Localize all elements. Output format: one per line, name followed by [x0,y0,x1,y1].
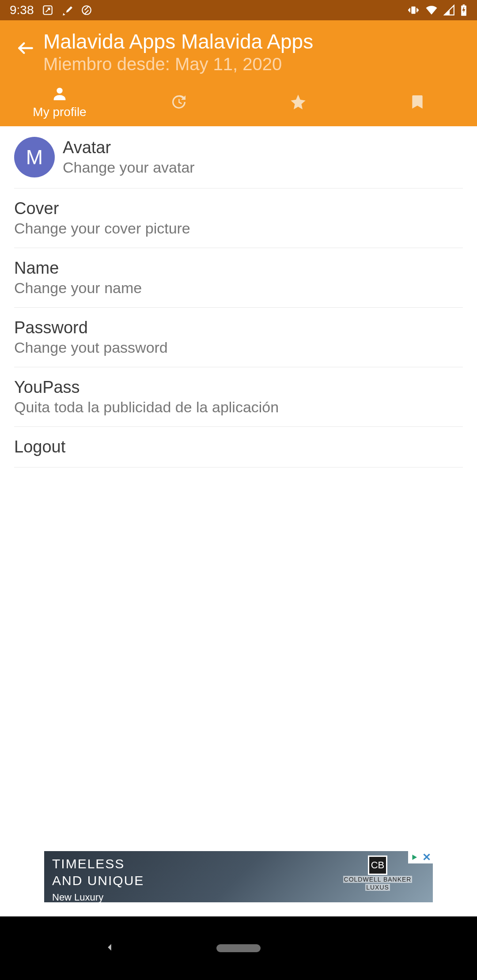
ad-small: New Luxury [52,892,144,902]
tab-bookmarks[interactable] [358,78,477,126]
row-cover-sub: Change your cover picture [14,220,463,237]
avatar-letter: M [26,145,43,169]
nav-spacer [361,942,374,955]
star-icon [289,93,307,111]
history-icon [170,93,188,111]
ad-banner[interactable]: TIMELESS AND UNIQUE New Luxury CB COLDWE… [44,851,433,902]
ad-logo-mark: CB [368,856,387,875]
page-subtitle: Miembro desde: May 11, 2020 [43,54,472,74]
status-right [407,4,467,17]
row-avatar-sub: Change your avatar [63,159,463,176]
tab-my-profile-label: My profile [33,105,86,119]
adchoices-icon[interactable] [408,851,420,863]
app-header: Malavida Apps Malavida Apps Miembro desd… [0,20,477,126]
close-ad-icon[interactable]: ✕ [420,851,433,863]
svg-point-5 [57,88,62,94]
ad-brand-line1: COLDWELL BANKER [343,876,413,883]
row-password[interactable]: Password Change yout password [14,308,463,367]
row-avatar-title: Avatar [63,138,463,157]
row-youpass[interactable]: YouPass Quita toda la publicidad de la a… [14,367,463,427]
row-logout-title: Logout [14,437,463,456]
at-icon [81,4,92,16]
ad-controls: ✕ [408,851,433,863]
row-name-sub: Change your name [14,279,463,297]
tab-my-profile[interactable]: My profile [0,78,119,126]
row-cover-title: Cover [14,199,463,218]
ad-line1: TIMELESS [52,856,144,871]
nav-back-button[interactable] [103,941,116,956]
svg-point-1 [82,6,91,15]
ad-line2: AND UNIQUE [52,873,144,888]
svg-rect-2 [411,7,415,14]
nav-home-button[interactable] [216,944,261,952]
vibrate-icon [407,4,420,16]
tab-favorites[interactable] [238,78,358,126]
system-nav-bar [0,916,477,980]
status-bar: 9:38 [0,0,477,20]
wifi-icon [425,4,438,17]
row-name[interactable]: Name Change your name [14,248,463,308]
row-logout[interactable]: Logout [14,427,463,467]
row-cover[interactable]: Cover Change your cover picture [14,188,463,248]
signal-icon [443,4,455,16]
brush-icon [61,4,73,16]
status-time: 9:38 [10,3,34,17]
row-youpass-sub: Quita toda la publicidad de la aplicació… [14,399,463,416]
svg-rect-4 [463,4,465,5]
person-icon [51,85,68,102]
battery-icon [460,4,467,16]
avatar: M [14,137,55,177]
row-avatar[interactable]: M Avatar Change your avatar [14,126,463,188]
row-youpass-title: YouPass [14,378,463,397]
tab-history[interactable] [119,78,238,126]
row-password-sub: Change yout password [14,339,463,356]
tabbar: My profile [0,78,477,126]
page-title: Malavida Apps Malavida Apps [43,30,472,53]
bookmark-icon [409,93,426,111]
row-name-title: Name [14,259,463,278]
back-button[interactable] [8,28,43,68]
ad-text: TIMELESS AND UNIQUE New Luxury [52,856,144,902]
profile-settings-list: M Avatar Change your avatar Cover Change… [0,126,477,467]
status-left: 9:38 [10,3,92,17]
screenshot-icon [42,4,53,16]
ad-brand-line2: LUXUS [365,884,390,891]
row-password-title: Password [14,318,463,337]
